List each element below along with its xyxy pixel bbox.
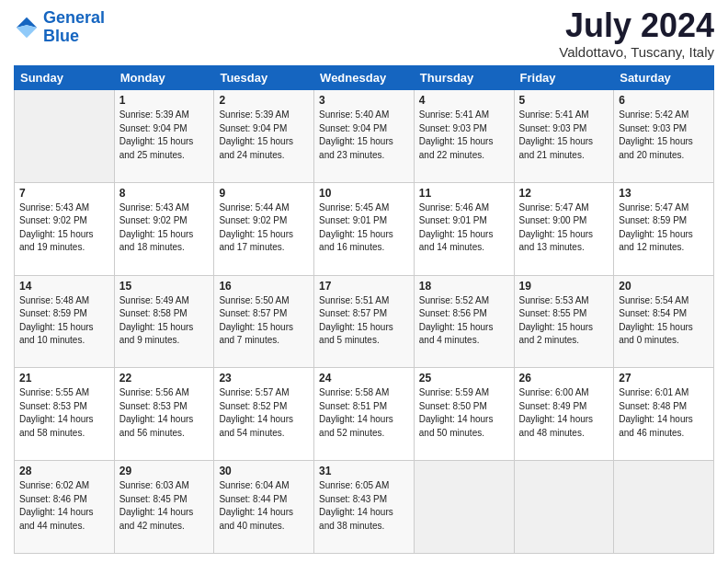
day-number: 2 bbox=[219, 94, 309, 107]
cell-text: Sunrise: 5:59 AM Sunset: 8:50 PM Dayligh… bbox=[419, 386, 509, 440]
cell-text: Sunrise: 5:58 AM Sunset: 8:51 PM Dayligh… bbox=[319, 386, 409, 440]
calendar-cell: 20Sunrise: 5:54 AM Sunset: 8:54 PM Dayli… bbox=[614, 275, 714, 368]
day-number: 3 bbox=[319, 94, 409, 107]
calendar-cell: 30Sunrise: 6:04 AM Sunset: 8:44 PM Dayli… bbox=[214, 461, 314, 554]
col-tuesday: Tuesday bbox=[214, 66, 314, 90]
svg-marker-1 bbox=[17, 25, 37, 38]
calendar-cell: 14Sunrise: 5:48 AM Sunset: 8:59 PM Dayli… bbox=[15, 275, 115, 368]
calendar-week-row: 21Sunrise: 5:55 AM Sunset: 8:53 PM Dayli… bbox=[15, 368, 714, 461]
calendar-cell: 21Sunrise: 5:55 AM Sunset: 8:53 PM Dayli… bbox=[15, 368, 115, 461]
calendar-cell: 28Sunrise: 6:02 AM Sunset: 8:46 PM Dayli… bbox=[15, 461, 115, 554]
calendar-cell: 23Sunrise: 5:57 AM Sunset: 8:52 PM Dayli… bbox=[214, 368, 314, 461]
cell-text: Sunrise: 5:39 AM Sunset: 9:04 PM Dayligh… bbox=[219, 109, 309, 162]
cell-text: Sunrise: 6:00 AM Sunset: 8:49 PM Dayligh… bbox=[519, 386, 609, 440]
cell-text: Sunrise: 5:47 AM Sunset: 9:00 PM Dayligh… bbox=[519, 201, 609, 255]
cell-text: Sunrise: 5:53 AM Sunset: 8:55 PM Dayligh… bbox=[519, 294, 609, 348]
cell-text: Sunrise: 5:56 AM Sunset: 8:53 PM Dayligh… bbox=[119, 386, 210, 440]
day-number: 14 bbox=[19, 280, 109, 293]
cell-text: Sunrise: 5:45 AM Sunset: 9:01 PM Dayligh… bbox=[319, 201, 409, 255]
cell-text: Sunrise: 5:49 AM Sunset: 8:58 PM Dayligh… bbox=[119, 294, 210, 348]
calendar-cell: 8Sunrise: 5:43 AM Sunset: 9:02 PM Daylig… bbox=[114, 182, 214, 275]
day-number: 28 bbox=[19, 465, 109, 477]
day-number: 18 bbox=[419, 280, 509, 293]
calendar-week-row: 7Sunrise: 5:43 AM Sunset: 9:02 PM Daylig… bbox=[15, 182, 714, 275]
col-friday: Friday bbox=[514, 66, 614, 90]
cell-text: Sunrise: 5:43 AM Sunset: 9:02 PM Dayligh… bbox=[119, 201, 210, 255]
cell-text: Sunrise: 6:04 AM Sunset: 8:44 PM Dayligh… bbox=[219, 479, 309, 533]
day-number: 27 bbox=[619, 372, 709, 385]
day-number: 9 bbox=[219, 187, 309, 200]
cell-text: Sunrise: 5:54 AM Sunset: 8:54 PM Dayligh… bbox=[619, 294, 709, 348]
calendar-cell: 26Sunrise: 6:00 AM Sunset: 8:49 PM Dayli… bbox=[514, 368, 614, 461]
day-number: 31 bbox=[319, 465, 409, 477]
calendar-cell: 1Sunrise: 5:39 AM Sunset: 9:04 PM Daylig… bbox=[114, 90, 214, 183]
cell-text: Sunrise: 5:57 AM Sunset: 8:52 PM Dayligh… bbox=[219, 386, 309, 440]
cell-text: Sunrise: 6:02 AM Sunset: 8:46 PM Dayligh… bbox=[19, 479, 109, 533]
cell-text: Sunrise: 5:47 AM Sunset: 8:59 PM Dayligh… bbox=[619, 201, 709, 255]
header-row: Sunday Monday Tuesday Wednesday Thursday… bbox=[15, 66, 714, 90]
col-saturday: Saturday bbox=[614, 66, 714, 90]
day-number: 4 bbox=[419, 94, 509, 107]
day-number: 19 bbox=[519, 280, 609, 293]
day-number: 17 bbox=[319, 280, 409, 293]
calendar-cell: 24Sunrise: 5:58 AM Sunset: 8:51 PM Dayli… bbox=[314, 368, 415, 461]
cell-text: Sunrise: 5:43 AM Sunset: 9:02 PM Dayligh… bbox=[19, 201, 109, 255]
calendar-cell: 13Sunrise: 5:47 AM Sunset: 8:59 PM Dayli… bbox=[614, 182, 714, 275]
calendar-body: 1Sunrise: 5:39 AM Sunset: 9:04 PM Daylig… bbox=[15, 90, 714, 554]
calendar-cell: 7Sunrise: 5:43 AM Sunset: 9:02 PM Daylig… bbox=[15, 182, 115, 275]
calendar-cell: 3Sunrise: 5:40 AM Sunset: 9:04 PM Daylig… bbox=[314, 90, 415, 183]
calendar-cell: 12Sunrise: 5:47 AM Sunset: 9:00 PM Dayli… bbox=[514, 182, 614, 275]
calendar-cell: 29Sunrise: 6:03 AM Sunset: 8:45 PM Dayli… bbox=[114, 461, 214, 554]
day-number: 12 bbox=[519, 187, 609, 200]
cell-text: Sunrise: 5:41 AM Sunset: 9:03 PM Dayligh… bbox=[519, 109, 609, 162]
cell-text: Sunrise: 6:03 AM Sunset: 8:45 PM Dayligh… bbox=[119, 479, 210, 533]
cell-text: Sunrise: 5:46 AM Sunset: 9:01 PM Dayligh… bbox=[419, 201, 509, 255]
calendar-cell: 16Sunrise: 5:50 AM Sunset: 8:57 PM Dayli… bbox=[214, 275, 314, 368]
page: General Blue July 2024 Valdottavo, Tusca… bbox=[0, 0, 728, 563]
cell-text: Sunrise: 6:01 AM Sunset: 8:48 PM Dayligh… bbox=[619, 386, 709, 440]
calendar-cell bbox=[514, 461, 614, 554]
calendar-cell: 5Sunrise: 5:41 AM Sunset: 9:03 PM Daylig… bbox=[514, 90, 614, 183]
calendar-cell: 4Sunrise: 5:41 AM Sunset: 9:03 PM Daylig… bbox=[414, 90, 514, 183]
cell-text: Sunrise: 5:40 AM Sunset: 9:04 PM Dayligh… bbox=[319, 109, 409, 162]
day-number: 13 bbox=[619, 187, 709, 200]
calendar-cell: 31Sunrise: 6:05 AM Sunset: 8:43 PM Dayli… bbox=[314, 461, 415, 554]
day-number: 11 bbox=[419, 187, 509, 200]
calendar-cell: 27Sunrise: 6:01 AM Sunset: 8:48 PM Dayli… bbox=[614, 368, 714, 461]
logo-text: General Blue bbox=[43, 9, 105, 46]
day-number: 22 bbox=[119, 372, 210, 385]
cell-text: Sunrise: 5:55 AM Sunset: 8:53 PM Dayligh… bbox=[19, 386, 109, 440]
calendar-cell: 10Sunrise: 5:45 AM Sunset: 9:01 PM Dayli… bbox=[314, 182, 415, 275]
calendar-cell: 17Sunrise: 5:51 AM Sunset: 8:57 PM Dayli… bbox=[314, 275, 415, 368]
day-number: 20 bbox=[619, 280, 709, 293]
month-title: July 2024 bbox=[559, 9, 714, 42]
calendar-cell: 2Sunrise: 5:39 AM Sunset: 9:04 PM Daylig… bbox=[214, 90, 314, 183]
cell-text: Sunrise: 5:50 AM Sunset: 8:57 PM Dayligh… bbox=[219, 294, 309, 348]
header: General Blue July 2024 Valdottavo, Tusca… bbox=[14, 9, 714, 60]
logo-line1: General bbox=[43, 8, 105, 27]
cell-text: Sunrise: 5:51 AM Sunset: 8:57 PM Dayligh… bbox=[319, 294, 409, 348]
calendar-cell: 9Sunrise: 5:44 AM Sunset: 9:02 PM Daylig… bbox=[214, 182, 314, 275]
cell-text: Sunrise: 5:52 AM Sunset: 8:56 PM Dayligh… bbox=[419, 294, 509, 348]
calendar-cell: 25Sunrise: 5:59 AM Sunset: 8:50 PM Dayli… bbox=[414, 368, 514, 461]
day-number: 29 bbox=[119, 465, 210, 477]
cell-text: Sunrise: 5:41 AM Sunset: 9:03 PM Dayligh… bbox=[419, 109, 509, 162]
day-number: 21 bbox=[19, 372, 109, 385]
cell-text: Sunrise: 6:05 AM Sunset: 8:43 PM Dayligh… bbox=[319, 479, 409, 533]
day-number: 5 bbox=[519, 94, 609, 107]
calendar-header: Sunday Monday Tuesday Wednesday Thursday… bbox=[15, 66, 714, 90]
calendar-cell: 19Sunrise: 5:53 AM Sunset: 8:55 PM Dayli… bbox=[514, 275, 614, 368]
logo: General Blue bbox=[14, 9, 105, 46]
day-number: 16 bbox=[219, 280, 309, 293]
cell-text: Sunrise: 5:48 AM Sunset: 8:59 PM Dayligh… bbox=[19, 294, 109, 348]
day-number: 10 bbox=[319, 187, 409, 200]
cell-text: Sunrise: 5:39 AM Sunset: 9:04 PM Dayligh… bbox=[119, 109, 210, 162]
logo-line2: Blue bbox=[43, 27, 79, 45]
calendar-cell bbox=[15, 90, 115, 183]
day-number: 8 bbox=[119, 187, 210, 200]
calendar-cell: 6Sunrise: 5:42 AM Sunset: 9:03 PM Daylig… bbox=[614, 90, 714, 183]
calendar-cell: 11Sunrise: 5:46 AM Sunset: 9:01 PM Dayli… bbox=[414, 182, 514, 275]
calendar-week-row: 28Sunrise: 6:02 AM Sunset: 8:46 PM Dayli… bbox=[15, 461, 714, 554]
day-number: 30 bbox=[219, 465, 309, 477]
day-number: 26 bbox=[519, 372, 609, 385]
